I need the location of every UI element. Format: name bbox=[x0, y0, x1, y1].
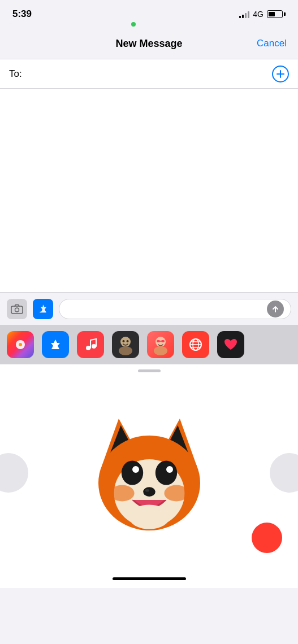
to-field: To: bbox=[0, 59, 298, 89]
ghost-avatar-left bbox=[0, 453, 28, 493]
memoji2-button[interactable] bbox=[147, 331, 174, 358]
ghost-avatar-right bbox=[270, 453, 298, 493]
svg-rect-14 bbox=[157, 340, 160, 342]
signal-bar-1 bbox=[239, 16, 241, 18]
music-icon bbox=[83, 337, 98, 352]
photos-app-button[interactable] bbox=[7, 331, 34, 358]
network-label: 4G bbox=[253, 10, 264, 19]
memoji-panel[interactable] bbox=[0, 377, 298, 569]
memoji2-icon bbox=[149, 333, 172, 356]
svg-point-32 bbox=[143, 487, 156, 497]
message-input[interactable] bbox=[66, 304, 267, 314]
svg-point-13 bbox=[154, 346, 167, 355]
app-strip bbox=[0, 325, 298, 364]
status-icons: 4G bbox=[239, 10, 286, 19]
nav-title: New Message bbox=[115, 38, 182, 50]
svg-point-10 bbox=[123, 340, 125, 342]
to-input[interactable] bbox=[27, 68, 267, 80]
status-time: 5:39 bbox=[12, 8, 32, 20]
battery-body bbox=[267, 10, 283, 18]
battery bbox=[267, 10, 286, 18]
svg-point-31 bbox=[166, 466, 173, 473]
svg-point-6 bbox=[86, 346, 90, 350]
send-icon bbox=[271, 305, 279, 313]
signal-bar-2 bbox=[242, 15, 244, 18]
record-button[interactable] bbox=[252, 523, 282, 553]
search-button[interactable] bbox=[182, 331, 209, 358]
svg-point-5 bbox=[19, 343, 22, 346]
svg-point-9 bbox=[119, 346, 132, 355]
svg-point-30 bbox=[132, 466, 139, 473]
svg-rect-15 bbox=[161, 340, 165, 342]
plus-icon bbox=[276, 69, 285, 79]
signal-bars bbox=[239, 10, 249, 18]
heart-icon bbox=[223, 338, 238, 351]
svg-point-37 bbox=[129, 504, 170, 529]
svg-point-11 bbox=[127, 340, 129, 342]
appstore-button[interactable] bbox=[33, 299, 53, 319]
send-button[interactable] bbox=[267, 301, 284, 317]
nav-bar: New Message Cancel bbox=[0, 28, 298, 59]
status-bar: 5:39 4G bbox=[0, 0, 298, 28]
memoji-button[interactable] bbox=[112, 331, 139, 358]
battery-fill bbox=[269, 12, 275, 16]
add-recipient-button[interactable] bbox=[272, 66, 289, 82]
globe-icon bbox=[188, 337, 204, 353]
svg-point-3 bbox=[15, 308, 19, 312]
drag-pill bbox=[138, 369, 161, 372]
fox-memoji bbox=[81, 405, 217, 541]
message-area[interactable] bbox=[0, 89, 298, 292]
to-label: To: bbox=[9, 68, 22, 80]
home-indicator bbox=[0, 569, 298, 588]
appstore-strip-icon bbox=[47, 337, 63, 353]
svg-point-7 bbox=[92, 344, 96, 349]
signal-bar-3 bbox=[245, 13, 247, 18]
input-toolbar bbox=[0, 292, 298, 325]
heart-button[interactable] bbox=[217, 331, 244, 358]
svg-point-28 bbox=[121, 460, 142, 485]
camera-button[interactable] bbox=[7, 299, 27, 319]
appstore-icon bbox=[37, 303, 49, 315]
svg-point-35 bbox=[110, 485, 134, 502]
home-pill bbox=[113, 577, 186, 580]
memoji-icon bbox=[114, 333, 137, 356]
green-dot bbox=[131, 22, 136, 27]
photos-icon bbox=[12, 337, 28, 353]
camera-icon bbox=[11, 304, 23, 314]
svg-point-33 bbox=[145, 489, 149, 492]
svg-rect-2 bbox=[11, 306, 23, 314]
svg-point-29 bbox=[155, 460, 176, 485]
signal-bar-4 bbox=[248, 11, 249, 18]
message-input-wrap bbox=[59, 299, 291, 319]
battery-tip bbox=[284, 12, 286, 16]
fox-svg bbox=[81, 405, 217, 541]
cancel-button[interactable]: Cancel bbox=[257, 38, 287, 49]
svg-point-36 bbox=[164, 485, 188, 502]
music-button[interactable] bbox=[77, 331, 104, 358]
drag-indicator bbox=[0, 364, 298, 377]
appstore-strip-button[interactable] bbox=[42, 331, 69, 358]
